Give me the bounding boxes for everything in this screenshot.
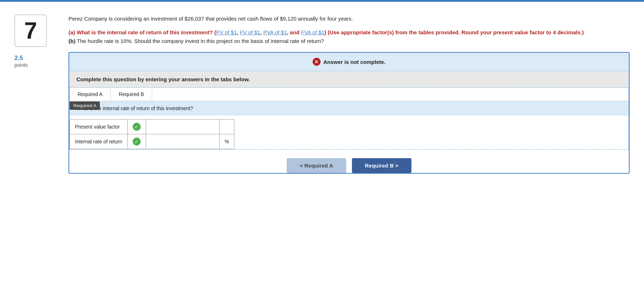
check-icon-1: ✓ [133,138,141,146]
tabs-area: Required A Required A Required B What is… [69,87,629,150]
tab-required-a-label: Required A [78,91,102,97]
table-row-check-1: ✓ [127,134,146,149]
main-content: 7 2.5 points Perez Company is considerin… [14,14,630,174]
table-row-input-cell-1[interactable] [146,134,219,149]
top-bar [0,0,644,2]
part-b-prefix: (b) [69,38,75,44]
points-label: points [14,62,28,68]
question-number-box: 7 [14,14,47,47]
part-a-text: What is the internal rate of return of t… [77,29,216,35]
link-pv[interactable]: PV of $1 [216,29,237,35]
next-button[interactable]: Required B > [352,158,411,173]
table-input-0[interactable] [151,124,214,130]
link-pva[interactable]: PVA of $1 [263,29,287,35]
table-row-label-0: Present value factor [70,120,128,134]
question-parts: (a) What is the internal rate of return … [69,28,630,46]
tab-content: What is the internal rate of return of t… [70,101,628,116]
points-value: 2.5 [14,54,28,62]
table-row-unit-1: % [219,134,234,149]
question-number: 7 [24,17,37,44]
left-column: 7 2.5 points [14,14,58,174]
prev-button[interactable]: < Required A [287,158,346,173]
next-button-label: Required B > [365,162,398,169]
tab-required-b-label: Required B [119,91,144,97]
link-fva[interactable]: FVA of $1 [301,29,325,35]
table-row-label-1: Internal rate of return [70,134,128,149]
points-section: 2.5 points [14,54,28,68]
link-fv[interactable]: FV of $1 [240,29,260,35]
tabs-row: Required A Required A Required B [70,88,628,101]
question-description: Perez Company is considering an investme… [69,14,630,23]
nav-buttons: < Required A Required B > [69,158,629,173]
tab-required-b[interactable]: Required B [111,88,152,101]
description-text: Perez Company is considering an investme… [69,16,353,22]
x-icon: ✕ [313,58,321,66]
table-container: Present value factor✓Internal rate of re… [70,119,628,149]
check-icon-0: ✓ [133,123,141,131]
part-a-prefix: (a) [69,29,75,35]
tab-tooltip: Required A [70,101,100,110]
prev-button-label: < Required A [300,162,333,169]
complete-instruction: Complete this question by entering your … [69,71,629,87]
answer-table: Present value factor✓Internal rate of re… [70,119,234,149]
right-column: Perez Company is considering an investme… [69,14,630,174]
table-row-input-cell-0[interactable] [146,120,219,134]
answer-box: ✕ Answer is not complete. Complete this … [69,52,630,174]
table-row-unit-0 [219,120,234,134]
part-a-instruction: (Use appropriate factor(s) from the tabl… [326,29,584,35]
answer-header: ✕ Answer is not complete. [69,53,629,71]
status-text: Answer is not complete. [323,59,386,65]
table-row-check-0: ✓ [127,120,146,134]
part-b-text: The hurdle rate is 10%. Should the compa… [75,38,324,44]
table-input-1[interactable] [151,139,214,144]
tab-required-a[interactable]: Required A Required A [70,88,111,101]
